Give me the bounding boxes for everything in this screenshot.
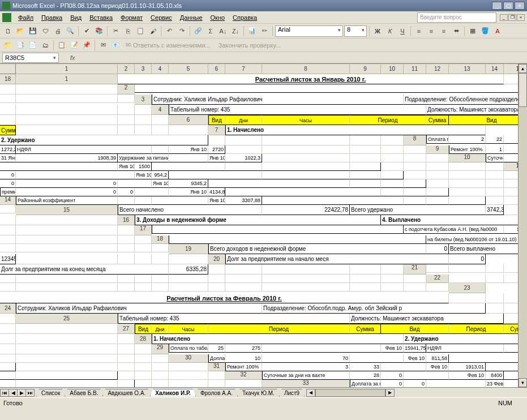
sheet-tab-6[interactable]: Лист9 — [279, 389, 305, 397]
hscroll-left[interactable]: ◀ — [306, 389, 315, 397]
cell-r21c18[interactable] — [404, 275, 426, 283]
vertical-scrollbar[interactable]: ▲ ▼ — [518, 64, 527, 387]
cell-r21c1[interactable] — [426, 264, 449, 273]
cell-r29c14[interactable] — [0, 354, 16, 363]
cell-r12c8[interactable] — [208, 179, 350, 188]
row-header-27[interactable]: 27 — [118, 324, 135, 334]
row-header-4[interactable]: 4 — [152, 105, 169, 115]
cell-r31c14[interactable] — [118, 371, 135, 380]
cell-r10c13[interactable] — [350, 162, 381, 171]
close-button[interactable]: × — [515, 2, 525, 10]
cell-r10c16[interactable] — [426, 162, 449, 171]
cell-r7c17[interactable] — [350, 135, 381, 145]
cell-r29c7[interactable]: 15941,75 — [404, 344, 426, 353]
cell-r18c8[interactable]: на билеты (вед.№000106 от 19.01.10) — [426, 235, 527, 244]
cell-r30c4[interactable] — [350, 354, 404, 363]
cell-r9c14[interactable] — [262, 154, 350, 162]
cell-r32c13[interactable] — [118, 380, 135, 387]
cell-r13c14[interactable] — [449, 188, 486, 196]
col-header-3[interactable]: 3 — [135, 64, 152, 74]
cell-r15c1[interactable]: Всего начислено — [118, 205, 262, 215]
tab-last[interactable]: ⏭ — [25, 389, 35, 397]
cell-r32c6[interactable]: Фев 10 — [449, 371, 486, 380]
row-header-29[interactable]: 29 — [152, 344, 169, 354]
cell-r10c6[interactable]: Янв 10 — [118, 162, 135, 171]
cell-r4c17[interactable] — [135, 115, 152, 125]
save-button[interactable]: 💾 — [27, 25, 38, 37]
cell-r13c3[interactable]: 0 — [118, 188, 135, 196]
cell-r22c8[interactable] — [118, 283, 135, 292]
cell-r27c11[interactable]: Период — [449, 324, 504, 334]
cell-r20c14[interactable] — [208, 264, 225, 275]
cell-r22c14[interactable] — [262, 283, 350, 292]
cell-r30c7[interactable]: 811,58 — [426, 354, 449, 363]
fill-color-button[interactable]: 🪣 — [479, 25, 491, 37]
cell-r13c2[interactable]: 0 — [16, 188, 118, 196]
row-header-14[interactable]: 14 — [0, 196, 16, 205]
cell-r13c7[interactable]: 4134,85 — [208, 188, 225, 196]
borders-button[interactable]: ▦ — [467, 25, 478, 37]
align-left-button[interactable]: ≡ — [413, 25, 425, 37]
cell-r13c4[interactable] — [135, 188, 169, 196]
cell-r30c6[interactable]: Фев 10 — [404, 354, 426, 363]
cell-r7c18[interactable] — [381, 135, 404, 145]
cell-r9c8[interactable]: Удержание за питание — [118, 154, 169, 162]
reply-changes[interactable]: ✉ Ответить с изменениями... — [122, 41, 214, 49]
cell-r8c11[interactable] — [152, 145, 169, 154]
cell-r3c15[interactable] — [0, 105, 16, 115]
cell-r29c15[interactable] — [16, 354, 118, 363]
cell-r27c4[interactable]: Период — [208, 324, 350, 334]
cell-r27c7[interactable]: Сумма — [350, 324, 381, 334]
cell-r33c2[interactable]: 0 — [381, 380, 404, 387]
cell-r29c17[interactable] — [135, 354, 152, 363]
new-button[interactable]: 🗋 — [2, 25, 14, 37]
cell-r7c16[interactable] — [262, 135, 350, 145]
cell-r1c18[interactable] — [16, 84, 118, 95]
cell-r31c18[interactable] — [208, 371, 225, 380]
cell-r27c2[interactable]: Дни — [152, 324, 169, 334]
cell-r11c4[interactable] — [16, 171, 135, 179]
hyperlink-button[interactable]: 🔗 — [192, 25, 204, 37]
cell-r22c11[interactable] — [169, 283, 208, 292]
drawing-button[interactable]: ✏ — [259, 25, 270, 37]
tab-next[interactable]: ▶ — [17, 389, 26, 397]
cell-r9c16[interactable] — [381, 154, 404, 162]
cell-r10c7[interactable]: 1500 — [135, 162, 152, 171]
cell-r24c8[interactable]: Подразделение: Обособл.подр. Амур. обл З… — [262, 303, 486, 314]
print-button[interactable]: 🖨 — [52, 25, 63, 37]
cell-r19c7[interactable]: 0 — [426, 244, 449, 254]
cell-r29c6[interactable]: Фев 10 — [381, 344, 404, 353]
cell-r7c1[interactable]: 1. Начислено — [225, 125, 486, 135]
cell-r18c17[interactable] — [135, 244, 152, 252]
cell-r12c4[interactable] — [118, 179, 152, 188]
font-color-button[interactable]: A — [492, 25, 503, 37]
cell-r1c1[interactable]: Расчетный листок за Январь 2010 г. — [118, 74, 504, 84]
col-header-7[interactable]: 7 — [225, 64, 262, 74]
row-header-9[interactable]: 9 — [426, 145, 449, 154]
cell-r8c12[interactable]: Янв 10 — [169, 145, 208, 154]
cell-r3c8[interactable]: Подразделение: Обособленное подразделени… — [404, 95, 527, 105]
cell-r31c3[interactable]: 33 — [350, 363, 381, 371]
cell-r22c9[interactable] — [135, 283, 152, 292]
cell-r16c16[interactable] — [0, 225, 16, 235]
cell-r32c11[interactable] — [0, 380, 16, 387]
menu-view[interactable]: Вид — [67, 13, 85, 22]
cell-r22c17[interactable] — [404, 283, 426, 292]
cell-r21c16[interactable] — [350, 275, 381, 283]
cell-r22c12[interactable] — [208, 283, 225, 292]
cell-r29c18[interactable] — [152, 354, 169, 363]
cell-r11c3[interactable]: 0 — [0, 171, 16, 179]
scroll-down[interactable]: ▼ — [519, 378, 527, 387]
row-header-22[interactable]: 22 — [426, 275, 449, 283]
cell-r9c17[interactable] — [404, 154, 426, 162]
cell-r4c18[interactable] — [152, 115, 169, 125]
row-header-2[interactable]: 2 — [118, 84, 135, 95]
cell-r11c13[interactable] — [381, 171, 404, 179]
cell-r9c11[interactable] — [169, 154, 208, 162]
scroll-up[interactable]: ▲ — [519, 64, 527, 73]
cell-r21c12[interactable] — [169, 275, 208, 283]
cell-r32c7[interactable]: 8400 — [486, 371, 504, 380]
cell-r12c11[interactable] — [350, 179, 381, 188]
cell-r9c13[interactable]: 1022,3 — [225, 154, 262, 162]
cell-r28c18[interactable] — [135, 344, 152, 354]
